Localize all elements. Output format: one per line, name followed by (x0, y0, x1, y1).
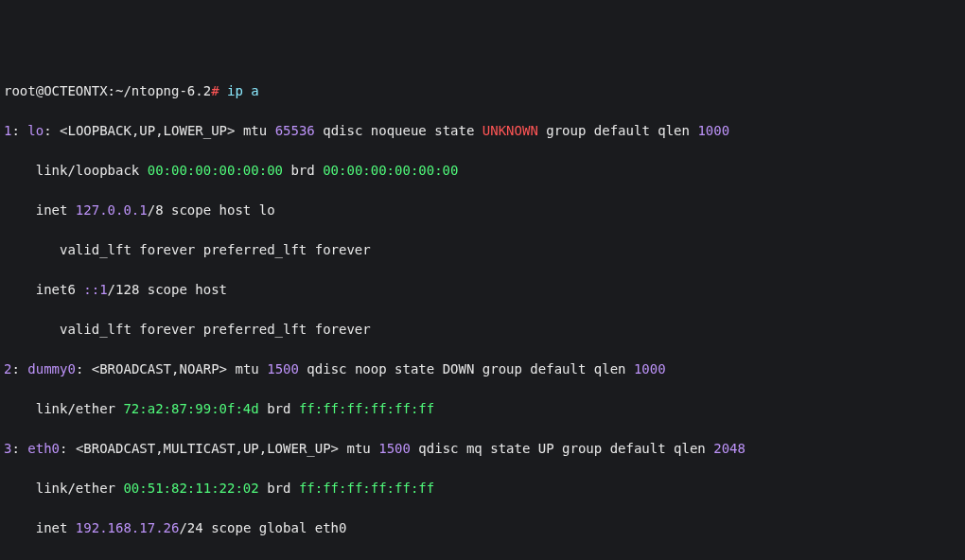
inet6-label: inet6 (4, 282, 83, 297)
colon: : (11, 441, 19, 456)
prompt-colon: : (108, 83, 115, 98)
colon: : (11, 361, 19, 376)
brd-label: brd (259, 481, 299, 496)
mtu-label: mtu (235, 123, 274, 138)
prompt-line-1[interactable]: root@OCTEONTX:~/ntopng-6.2# ip a (4, 81, 961, 101)
iface-1-valid: valid_lft forever preferred_lft forever (4, 240, 961, 260)
iface-1-inet: inet 127.0.0.1/8 scope host lo (4, 201, 961, 220)
iface-3-inet: inet 192.168.17.26/24 scope global eth0 (4, 518, 961, 538)
iface-3-header: 3: eth0: <BROADCAST,MULTICAST,UP,LOWER_U… (4, 439, 961, 459)
inet-label: inet (4, 202, 76, 218)
iface-2-header: 2: dummy0: <BROADCAST,NOARP> mtu 1500 qd… (4, 359, 961, 379)
iface-name-lo: lo (20, 123, 44, 138)
brd-mac: ff:ff:ff:ff:ff:ff (299, 481, 434, 496)
brd-label: brd (283, 163, 323, 178)
link-label: link/ether (4, 401, 123, 416)
colon: : (44, 123, 51, 138)
iface-flags: <LOOPBACK,UP,LOWER_UP> (52, 123, 236, 138)
group-text: group default qlen (538, 123, 698, 138)
state-unknown: UNKNOWN (482, 123, 538, 138)
iface-name-eth0: eth0 (20, 441, 60, 456)
inet-cidr: /8 (148, 202, 164, 218)
mac-addr: 00:51:82:11:22:02 (123, 481, 258, 496)
iface-1-inet6: inet6 ::1/128 scope host (4, 280, 961, 300)
qdisc-text: qdisc mq state UP group default qlen (411, 441, 713, 456)
brd-mac: ff:ff:ff:ff:ff:ff (299, 401, 434, 416)
qlen-value: 2048 (713, 441, 746, 456)
mac-addr: 00:00:00:00:00:00 (148, 163, 283, 178)
qlen-value: 1000 (697, 123, 729, 138)
inet-label: inet (4, 520, 76, 535)
prompt-hash: # (211, 83, 219, 98)
valid-lft: valid_lft forever preferred_lft forever (4, 242, 371, 257)
inet-ip: 127.0.0.1 (76, 202, 148, 218)
valid-lft: valid_lft forever preferred_lft forever (4, 322, 371, 337)
mtu-value: 65536 (275, 123, 315, 138)
iface-2-link: link/ether 72:a2:87:99:0f:4d brd ff:ff:f… (4, 399, 961, 419)
inet6-scope: scope host (139, 282, 227, 297)
inet-scope: scope global eth0 (203, 520, 347, 535)
iface-1-link: link/loopback 00:00:00:00:00:00 brd 00:0… (4, 161, 961, 181)
inet6-ip: ::1 (83, 282, 107, 297)
brd-label: brd (259, 401, 299, 416)
inet-ip: 192.168.17.26 (76, 520, 180, 535)
mac-addr: 72:a2:87:99:0f:4d (123, 401, 258, 416)
mtu-value: 1500 (267, 361, 299, 376)
brd-mac: 00:00:00:00:00:00 (323, 163, 458, 178)
mtu-label: mtu (227, 361, 267, 376)
iface-1-valid6: valid_lft forever preferred_lft forever (4, 320, 961, 340)
qdisc-text: qdisc noop state DOWN group default qlen (299, 361, 634, 376)
prompt-user: root@OCTEONTX (4, 83, 108, 98)
command-ip-a: ip a (219, 83, 259, 98)
mtu-label: mtu (339, 441, 378, 456)
iface-1-header: 1: lo: <LOOPBACK,UP,LOWER_UP> mtu 65536 … (4, 121, 961, 141)
qlen-value: 1000 (634, 361, 666, 376)
iface-name-dummy0: dummy0 (20, 361, 76, 376)
mtu-value: 1500 (378, 441, 411, 456)
colon: : (11, 123, 19, 138)
inet6-cidr: /128 (108, 282, 140, 297)
iface-flags: <BROADCAST,MULTICAST,UP,LOWER_UP> (67, 441, 339, 456)
prompt-path: ~/ntopng-6.2 (115, 83, 211, 98)
inet-cidr: /24 (179, 520, 202, 535)
link-label: link/loopback (4, 163, 148, 178)
link-label: link/ether (4, 481, 123, 496)
qdisc-text: qdisc noqueue state (315, 123, 482, 138)
iface-flags: <BROADCAST,NOARP> (83, 361, 227, 376)
inet-scope: scope host lo (164, 202, 275, 218)
iface-3-link: link/ether 00:51:82:11:22:02 brd ff:ff:f… (4, 479, 961, 499)
